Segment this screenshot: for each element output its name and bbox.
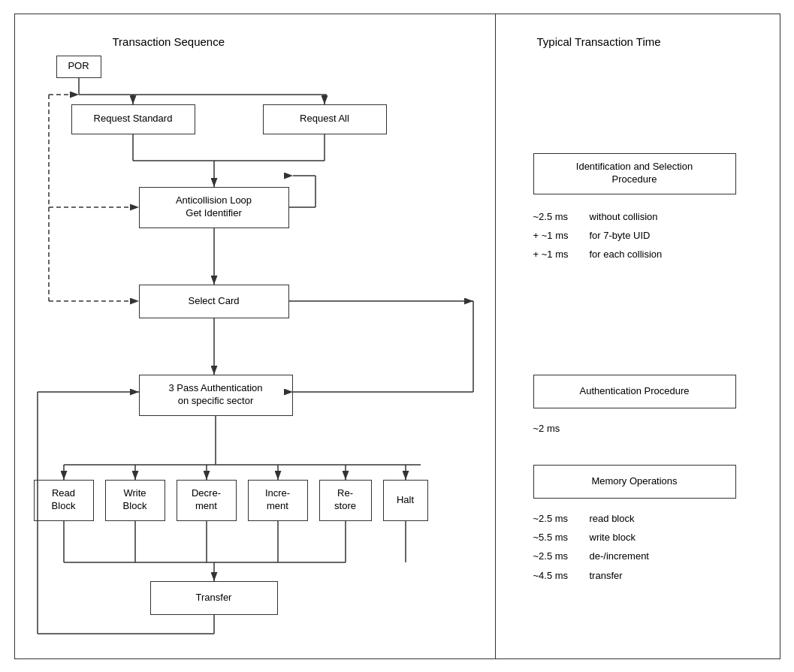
box-por: POR [56, 56, 101, 78]
box-write-block: Write Block [105, 480, 165, 521]
timing-auth: ~2 ms [533, 420, 590, 438]
box-select-card: Select Card [139, 285, 289, 318]
box-request-standard: Request Standard [71, 104, 195, 134]
box-id-sel-proc: Identification and Selection Procedure [533, 153, 736, 194]
section-title-right: Typical Transaction Time [537, 35, 661, 48]
box-restore: Re- store [319, 480, 372, 521]
timing-mem: ~2.5 ms read block ~5.5 ms write block ~… [533, 510, 649, 586]
box-transfer: Transfer [150, 581, 278, 615]
box-auth: 3 Pass Authentication on specific sector [139, 375, 293, 416]
box-decrement: Decre- ment [177, 480, 237, 521]
box-request-all: Request All [263, 104, 387, 134]
box-halt: Halt [383, 480, 428, 521]
box-mem-ops: Memory Operations [533, 465, 736, 499]
section-title-left: Transaction Sequence [113, 35, 225, 48]
box-auth-proc: Authentication Procedure [533, 375, 736, 408]
timing-id-sel: ~2.5 ms without collision + ~1 ms for 7-… [533, 208, 663, 265]
box-increment: Incre- ment [248, 480, 308, 521]
box-anticollision: Anticollision Loop Get Identifier [139, 187, 289, 228]
box-read-block: Read Block [34, 480, 94, 521]
